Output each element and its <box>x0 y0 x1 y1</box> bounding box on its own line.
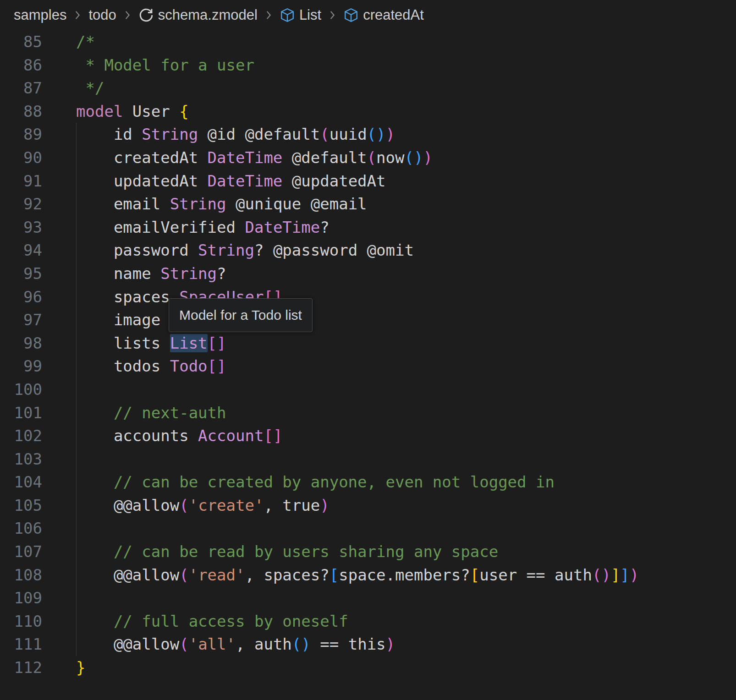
code-line[interactable]: 92 email String @unique @email <box>0 192 736 216</box>
line-number[interactable]: 105 <box>0 494 42 517</box>
code-line[interactable]: 104 // can be created by anyone, even no… <box>0 470 736 494</box>
code-token: @unique @email <box>226 195 367 213</box>
code-line[interactable]: 109 <box>0 586 736 610</box>
code-line[interactable]: 96 spaces SpaceUser[] <box>0 285 736 309</box>
line-number[interactable]: 101 <box>0 401 42 425</box>
line-number[interactable]: 96 <box>0 285 42 309</box>
code-token: ( <box>367 148 376 167</box>
code-line[interactable]: 98 lists List[] <box>0 332 736 355</box>
code-line[interactable]: 100 <box>0 378 736 401</box>
code-token: ( <box>292 635 301 653</box>
line-content: image <box>42 308 160 332</box>
code-line[interactable]: 102 accounts Account[] <box>0 424 736 448</box>
line-number[interactable]: 103 <box>0 448 42 471</box>
breadcrumb-item-symbol-list[interactable]: List <box>280 7 321 23</box>
symbol-model-icon <box>280 7 295 23</box>
line-number[interactable]: 108 <box>0 563 42 587</box>
code-token: Todo <box>170 357 208 375</box>
code-token: email <box>76 195 170 213</box>
code-editor[interactable]: 85/*86 * Model for a user87 */88model Us… <box>0 30 736 679</box>
code-token: ] <box>620 566 629 584</box>
line-content: // full access by oneself <box>42 610 348 633</box>
code-token: // next-auth <box>76 404 226 422</box>
code-line[interactable]: 86 * Model for a user <box>0 54 736 77</box>
line-number[interactable]: 102 <box>0 424 42 448</box>
line-number[interactable]: 86 <box>0 54 42 77</box>
code-line[interactable]: 88model User { <box>0 100 736 123</box>
code-line[interactable]: 85/* <box>0 30 736 54</box>
line-content: password String? @password @omit <box>42 239 414 262</box>
line-number[interactable]: 112 <box>0 656 42 679</box>
breadcrumb-label: schema.zmodel <box>158 7 258 23</box>
line-number[interactable]: 94 <box>0 239 42 262</box>
code-line[interactable]: 99 todos Todo[] <box>0 355 736 378</box>
breadcrumb-item-samples[interactable]: samples <box>14 7 66 23</box>
line-number[interactable]: 100 <box>0 378 42 401</box>
code-token: ) <box>301 635 310 653</box>
breadcrumb-label: List <box>299 7 321 23</box>
line-number[interactable]: 88 <box>0 100 42 123</box>
code-token: ) <box>423 148 432 167</box>
line-number[interactable]: 95 <box>0 262 42 285</box>
code-line[interactable]: 90 createdAt DateTime @default(now()) <box>0 146 736 170</box>
code-line[interactable]: 89 id String @id @default(uuid()) <box>0 123 736 146</box>
line-number[interactable]: 106 <box>0 517 42 540</box>
code-token: spaces <box>76 288 179 306</box>
code-token: User <box>123 102 179 120</box>
code-line[interactable]: 101 // next-auth <box>0 401 736 425</box>
code-line[interactable]: 105 @@allow('create', true) <box>0 494 736 517</box>
code-token: createdAt <box>76 148 208 167</box>
line-number[interactable]: 99 <box>0 355 42 378</box>
code-token: } <box>76 658 85 677</box>
code-line[interactable]: 111 @@allow('all', auth() == this) <box>0 633 736 656</box>
line-number[interactable]: 90 <box>0 146 42 170</box>
line-content: } <box>42 656 85 679</box>
line-content: email String @unique @email <box>42 192 367 216</box>
code-token: ? @password @omit <box>254 241 414 259</box>
code-line[interactable]: 87 */ <box>0 77 736 100</box>
code-line[interactable]: 112} <box>0 656 736 679</box>
code-token: /* <box>76 33 95 51</box>
code-token: String <box>142 125 198 143</box>
line-content <box>42 448 76 471</box>
breadcrumb-item-symbol-createdat[interactable]: createdAt <box>343 7 424 23</box>
code-line[interactable]: 97 image <box>0 308 736 332</box>
chevron-right-icon <box>326 9 338 21</box>
code-line[interactable]: 107 // can be read by users sharing any … <box>0 540 736 563</box>
line-number[interactable]: 92 <box>0 192 42 216</box>
line-number[interactable]: 104 <box>0 470 42 494</box>
code-token: ( <box>179 635 188 653</box>
code-token: */ <box>76 79 104 97</box>
line-number[interactable]: 89 <box>0 123 42 146</box>
line-content: accounts Account[] <box>42 424 282 448</box>
breadcrumb-item-todo[interactable]: todo <box>88 7 116 23</box>
line-number[interactable]: 85 <box>0 30 42 54</box>
code-token: [] <box>208 357 226 375</box>
line-number[interactable]: 93 <box>0 216 42 239</box>
code-token: @default <box>282 148 367 167</box>
line-number[interactable]: 97 <box>0 308 42 332</box>
line-number[interactable]: 87 <box>0 77 42 100</box>
code-token: DateTime <box>208 172 283 190</box>
code-line[interactable]: 106 <box>0 517 736 540</box>
code-token: model <box>76 102 123 120</box>
breadcrumb: samples todo schema.zmodel List <box>0 0 736 30</box>
code-line[interactable]: 110 // full access by oneself <box>0 610 736 633</box>
code-line[interactable]: 93 emailVerified DateTime? <box>0 216 736 239</box>
line-number[interactable]: 98 <box>0 332 42 355</box>
line-number[interactable]: 109 <box>0 586 42 610</box>
code-line[interactable]: 103 <box>0 448 736 471</box>
line-number[interactable]: 111 <box>0 633 42 656</box>
code-line[interactable]: 91 updatedAt DateTime @updatedAt <box>0 170 736 193</box>
line-number[interactable]: 110 <box>0 610 42 633</box>
line-number[interactable]: 107 <box>0 540 42 563</box>
code-token: { <box>179 102 188 120</box>
code-token: image <box>76 311 160 329</box>
code-token: String <box>198 241 254 259</box>
code-line[interactable]: 108 @@allow('read', spaces?[space.member… <box>0 563 736 587</box>
line-content <box>42 586 76 610</box>
code-line[interactable]: 95 name String? <box>0 262 736 285</box>
code-line[interactable]: 94 password String? @password @omit <box>0 239 736 262</box>
breadcrumb-item-file[interactable]: schema.zmodel <box>138 7 258 23</box>
line-number[interactable]: 91 <box>0 170 42 193</box>
